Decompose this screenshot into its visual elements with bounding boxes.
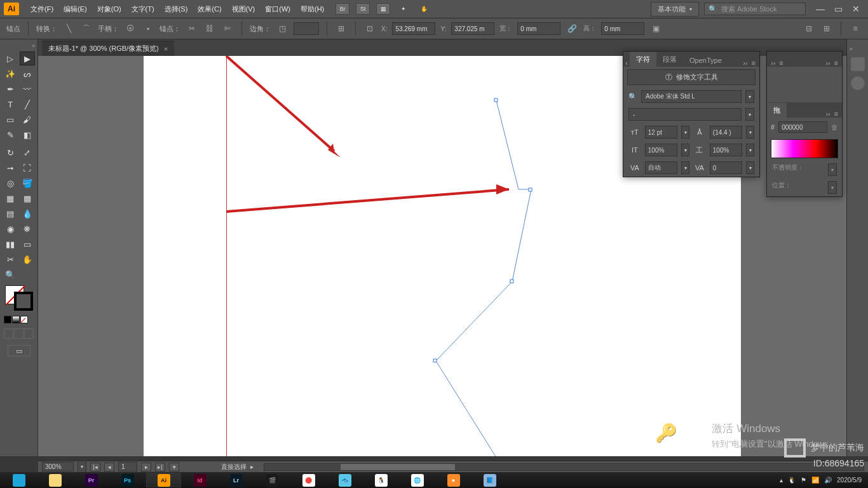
document-tab[interactable]: 未标题-1* @ 300% (RGB/像素预览) ×	[42, 41, 174, 56]
taskbar-app-2[interactable]: Pr	[74, 473, 109, 487]
font-style-input[interactable]: -	[628, 108, 742, 121]
taskbar-app-13[interactable]: 📘	[472, 473, 507, 487]
artboard-number[interactable]: 1	[118, 462, 137, 471]
minimize-button[interactable]: —	[812, 3, 829, 15]
shape-builder-tool[interactable]: ◎	[3, 176, 18, 190]
width-tool[interactable]: ➙	[3, 161, 18, 175]
tab-color[interactable]: 拖	[767, 103, 787, 118]
convert-smooth-icon[interactable]: ⌒	[80, 22, 93, 35]
vscale-input[interactable]: 100%	[645, 144, 677, 156]
libraries-panel-icon[interactable]	[851, 76, 865, 90]
zoom-dropdown[interactable]: ▾	[78, 461, 86, 473]
tray-network-icon[interactable]: 📶	[811, 477, 819, 484]
expand-tools-icon[interactable]: »	[3, 43, 35, 48]
font-size-input[interactable]: 12 pt	[645, 126, 677, 139]
artboard-nav-dropdown[interactable]: ▾	[169, 463, 179, 471]
pen-tool[interactable]: ✒	[3, 82, 18, 96]
stock-icon[interactable]: St	[356, 3, 370, 15]
taskbar-app-12[interactable]: ●	[436, 473, 471, 487]
perspective-tool[interactable]: ▦	[3, 191, 18, 205]
horizontal-scrollbar[interactable]	[264, 463, 864, 471]
arrange-icon[interactable]: ▦	[376, 3, 390, 15]
taskbar-app-6[interactable]: Lr	[219, 473, 254, 487]
tray-up-icon[interactable]: ▴	[780, 477, 783, 484]
menu-选择[interactable]: 选择(S)	[159, 2, 193, 17]
prev-artboard-button[interactable]: ◂	[104, 463, 114, 471]
corner-value[interactable]	[294, 22, 319, 35]
corner-icon[interactable]: ◳	[276, 22, 288, 35]
tray-date[interactable]: 2020/5/9	[837, 477, 862, 484]
close-tab-icon[interactable]: ×	[164, 45, 168, 53]
taskbar-app-11[interactable]: 🌐	[400, 473, 435, 487]
selection-tool[interactable]: ▷	[3, 51, 18, 65]
menu-效果[interactable]: 效果(C)	[193, 2, 226, 17]
close-button[interactable]: ✕	[848, 3, 864, 15]
taskbar-app-5[interactable]: Id	[182, 473, 217, 487]
draw-mode-row[interactable]	[3, 327, 35, 340]
line-tool[interactable]: ╱	[20, 97, 36, 111]
type-tool[interactable]: T	[3, 97, 18, 111]
free-transform-tool[interactable]: ⛶	[20, 161, 36, 175]
hscale-input[interactable]: 100%	[710, 144, 742, 156]
expand-panels-icon[interactable]: «	[850, 46, 853, 52]
w-input[interactable]: 0 mm	[517, 22, 560, 35]
transform-icon[interactable]: ▣	[649, 22, 662, 35]
last-artboard-button[interactable]: ▸|	[155, 463, 165, 471]
brush-tool[interactable]: 🖌	[20, 112, 36, 126]
zoom-tool[interactable]: 🔍	[3, 268, 18, 281]
link-wh-icon[interactable]: 🔗	[566, 22, 578, 35]
delete-swatch-icon[interactable]: 🗑	[831, 123, 838, 131]
bridge-icon[interactable]: Br	[336, 3, 349, 15]
fill-stroke-swatch[interactable]	[5, 285, 33, 311]
rotate-tool[interactable]: ↻	[3, 146, 18, 159]
taskbar-app-10[interactable]: 🐧	[363, 473, 398, 487]
panel-menu-icon[interactable]: ≡	[849, 22, 862, 35]
tray-qq-icon[interactable]: 🐧	[788, 477, 796, 484]
handle-hide-icon[interactable]: ▪	[142, 22, 154, 35]
scale-tool[interactable]: ⤢	[20, 146, 36, 159]
menu-帮助[interactable]: 帮助(H)	[295, 2, 329, 17]
touch-type-button[interactable]: 修饰文字工具	[676, 72, 718, 82]
direct-selection-tool[interactable]: ▶	[20, 51, 36, 65]
h-input[interactable]: 0 mm	[601, 22, 644, 35]
anchor-connect-icon[interactable]: ⛓	[203, 22, 216, 35]
tracking-input[interactable]: 0	[710, 161, 742, 174]
taskbar-app-9[interactable]: 🐟	[327, 473, 362, 487]
gpu-icon[interactable]: ✦	[397, 3, 410, 15]
status-dropdown-icon[interactable]: ▸	[250, 463, 254, 470]
hand-tool[interactable]: ✋	[20, 252, 36, 266]
menu-对象[interactable]: 对象(O)	[92, 2, 126, 17]
taskbar-app-0[interactable]	[1, 473, 36, 487]
maximize-button[interactable]: ▭	[830, 3, 846, 15]
panel-collapse-icon[interactable]: ››	[743, 59, 747, 67]
y-input[interactable]: 327.025 m	[451, 22, 494, 35]
convert-corner-icon[interactable]: ╲	[62, 22, 75, 35]
color-spectrum[interactable]	[771, 139, 838, 158]
leading-input[interactable]: (14.4 )	[710, 126, 742, 139]
menu-文字[interactable]: 文字(T)	[126, 2, 159, 17]
screen-mode-button[interactable]: ▭	[8, 345, 31, 356]
properties-panel-icon[interactable]	[851, 57, 865, 71]
panel-menu-icon[interactable]: ≡	[779, 59, 783, 67]
font-dropdown[interactable]: ▾	[745, 90, 754, 103]
gradient-tool[interactable]: ▤	[3, 207, 18, 220]
handle-show-icon[interactable]: ⦿	[124, 22, 137, 35]
lasso-tool[interactable]: ᔕ	[20, 67, 36, 81]
panel-menu-icon[interactable]: ≡	[752, 59, 756, 67]
tab-paragraph[interactable]: 段落	[656, 52, 683, 67]
rectangle-tool[interactable]: ▭	[3, 112, 18, 126]
symbol-sprayer-tool[interactable]: ❋	[20, 222, 36, 236]
menu-文件[interactable]: 文件(F)	[25, 2, 58, 17]
slice-tool[interactable]: ✂	[3, 252, 18, 266]
search-stock-input[interactable]: 🔍搜索 Adobe Stock	[704, 3, 806, 15]
first-artboard-button[interactable]: |◂	[90, 463, 100, 471]
menu-窗口[interactable]: 窗口(W)	[260, 2, 295, 17]
taskbar-app-3[interactable]: Ps	[110, 473, 145, 487]
x-input[interactable]: 53.269 mm	[392, 22, 435, 35]
font-family-input[interactable]: Adobe 宋体 Std L	[641, 90, 742, 103]
artboard-tool[interactable]: ▭	[20, 237, 36, 251]
tab-character[interactable]: 字符	[630, 52, 656, 67]
next-artboard-button[interactable]: ▸	[141, 463, 151, 471]
taskbar-app-4[interactable]: Ai	[146, 473, 181, 487]
system-tray[interactable]: ▴ 🐧 ⚑ 📶 🔊 2020/5/9	[775, 477, 867, 484]
